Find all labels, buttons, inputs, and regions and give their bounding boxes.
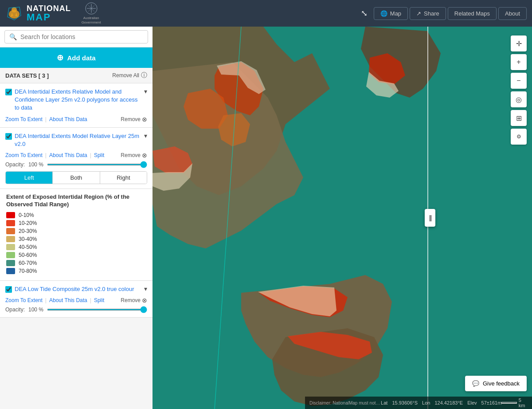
legend-label-2: 20-30%	[19, 228, 37, 234]
dataset-3-about-btn[interactable]: About This Data	[49, 297, 87, 303]
split-left-button[interactable]: Left	[6, 172, 53, 184]
remove-all-button[interactable]: Remove All ⓘ	[112, 71, 147, 79]
legend-title: Extent of Exposed Intertidal Region (% o…	[6, 193, 146, 208]
legend-color-0	[6, 212, 15, 218]
dataset-2-about-btn[interactable]: About This Data	[49, 152, 87, 158]
opacity-3-slider[interactable]	[47, 309, 147, 311]
remove-2-icon: ⊗	[142, 152, 147, 159]
dataset-2-opacity-row: Opacity: 100 %	[5, 161, 147, 168]
dataset-2-name: DEA Intertidal Extents Model Relative La…	[15, 132, 141, 148]
legend-label-1: 10-20%	[19, 220, 37, 226]
legend-label-6: 60-70%	[19, 260, 37, 266]
plus-icon: ⊕	[57, 53, 63, 63]
dataset-3-zoom-btn[interactable]: Zoom To Extent	[5, 297, 43, 303]
legend-item-6: 60-70%	[6, 260, 146, 266]
zoom-out-icon: −	[516, 77, 520, 85]
map-button[interactable]: 🌐 Map	[374, 7, 408, 20]
map[interactable]: ||| ✛ + − ◎ ⊞ ⚙ 💬 Give feedback Disclaim…	[153, 27, 532, 409]
logo-text: NATIONAL MAP	[27, 4, 71, 22]
dataset-2-checkbox[interactable]	[5, 133, 12, 140]
search-input-wrap: 🔍	[4, 30, 148, 43]
logo-map-text: MAP	[27, 12, 71, 22]
give-feedback-button[interactable]: 💬 Give feedback	[465, 376, 527, 391]
legend-label-3: 30-40%	[19, 236, 37, 242]
dataset-2-remove-btn[interactable]: Remove ⊗	[121, 152, 147, 159]
split-handle-icon: |||	[429, 214, 431, 221]
split-handle[interactable]: |||	[425, 209, 435, 227]
lat-label: Lat	[381, 400, 387, 405]
about-button[interactable]: About	[498, 7, 527, 20]
legend-item-1: 10-20%	[6, 220, 146, 226]
opacity-2-value: 100 %	[28, 161, 43, 168]
globe-icon: 🌐	[380, 10, 387, 17]
dataset-2-dropdown-icon[interactable]: ▾	[144, 132, 147, 139]
dataset-2-actions: Zoom To Extent | About This Data | Split…	[5, 152, 147, 159]
locate-icon: ◎	[516, 95, 522, 104]
datasets-header: DATA SETS [ 3 ] Remove All ⓘ	[0, 68, 153, 83]
legend-color-1	[6, 220, 15, 226]
feedback-icon: 💬	[472, 380, 479, 387]
opacity-3-label: Opacity:	[5, 307, 25, 313]
elev-value: 57±161m	[481, 400, 502, 405]
layers-button[interactable]: ⚙	[511, 129, 527, 145]
zoom-in-icon: +	[516, 58, 520, 66]
legend-item-7: 70-80%	[6, 268, 146, 274]
legend-item-2: 20-30%	[6, 228, 146, 234]
dataset-3-checkbox[interactable]	[5, 286, 12, 293]
logo-icon	[5, 4, 23, 22]
logo-area: NATIONAL MAP Australian Government	[5, 2, 105, 24]
legend-item-0: 0-10%	[6, 212, 146, 218]
legend-color-7	[6, 268, 15, 274]
legend-label-4: 40-50%	[19, 244, 37, 250]
dataset-3-split-btn[interactable]: Split	[94, 297, 104, 303]
search-input[interactable]	[20, 33, 143, 40]
dataset-3-name: DEA Low Tide Composite 25m v2.0 true col…	[15, 285, 141, 293]
zoom-in-button[interactable]: +	[511, 54, 527, 70]
legend-label-5: 50-60%	[19, 252, 37, 258]
legend-color-3	[6, 236, 15, 242]
status-bar: Disclaimer: NationalMap must not be used…	[305, 397, 532, 409]
legend-item-5: 50-60%	[6, 252, 146, 258]
sidebar: 🔍 ⊕ Add data DATA SETS [ 3 ] Remove All …	[0, 27, 153, 409]
scale-bar: 5 km	[501, 397, 528, 408]
opacity-2-slider[interactable]	[47, 164, 147, 165]
opacity-2-label: Opacity:	[5, 161, 25, 168]
remove-3-icon: ⊗	[142, 297, 147, 304]
dataset-3-opacity-row: Opacity: 100 %	[5, 307, 147, 313]
fullscreen-button[interactable]: ⊞	[511, 110, 527, 126]
dataset-1-checkbox[interactable]	[5, 89, 12, 95]
dataset-3-header: DEA Low Tide Composite 25m v2.0 true col…	[5, 285, 147, 293]
dataset-item-1: DEA Intertidal Extents Relative Model an…	[0, 83, 153, 128]
dataset-2-split-btn[interactable]: Split	[94, 152, 104, 158]
dataset-item-3: DEA Low Tide Composite 25m v2.0 true col…	[0, 281, 153, 318]
dataset-3-actions: Zoom To Extent | About This Data | Split…	[5, 297, 147, 304]
remove-all-icon: ⓘ	[141, 71, 147, 79]
dataset-2-zoom-btn[interactable]: Zoom To Extent	[5, 152, 43, 158]
legend: Extent of Exposed Intertidal Region (% o…	[0, 189, 153, 281]
lon-value: 124.42183°E	[434, 400, 463, 405]
zoom-out-button[interactable]: −	[511, 73, 527, 89]
dataset-3-remove-btn[interactable]: Remove ⊗	[121, 297, 147, 304]
add-data-button[interactable]: ⊕ Add data	[0, 47, 153, 68]
dataset-3-dropdown-icon[interactable]: ▾	[144, 285, 147, 292]
compass-icon: ✛	[516, 39, 522, 48]
layers-icon: ⚙	[516, 134, 521, 140]
dataset-1-about-btn[interactable]: About This Data	[49, 116, 87, 122]
dataset-1-dropdown-icon[interactable]: ▾	[144, 88, 147, 95]
legend-color-5	[6, 252, 15, 258]
share-icon: ↗	[416, 10, 421, 17]
expand-button[interactable]: ⤡	[356, 6, 372, 21]
locate-button[interactable]: ◎	[511, 91, 527, 107]
dataset-1-zoom-btn[interactable]: Zoom To Extent	[5, 116, 43, 122]
opacity-3-value: 100 %	[28, 307, 43, 313]
remove-1-icon: ⊗	[142, 116, 147, 123]
split-both-button[interactable]: Both	[53, 172, 100, 184]
compass-button[interactable]: ✛	[511, 35, 527, 51]
lon-label: Lon	[422, 400, 430, 405]
dataset-1-remove-btn[interactable]: Remove ⊗	[121, 116, 147, 123]
split-right-button[interactable]: Right	[100, 172, 147, 184]
related-maps-button[interactable]: Related Maps	[448, 7, 497, 20]
legend-item-4: 40-50%	[6, 244, 146, 250]
map-controls: ✛ + − ◎ ⊞ ⚙	[511, 35, 527, 145]
share-button[interactable]: ↗ Share	[410, 7, 446, 20]
